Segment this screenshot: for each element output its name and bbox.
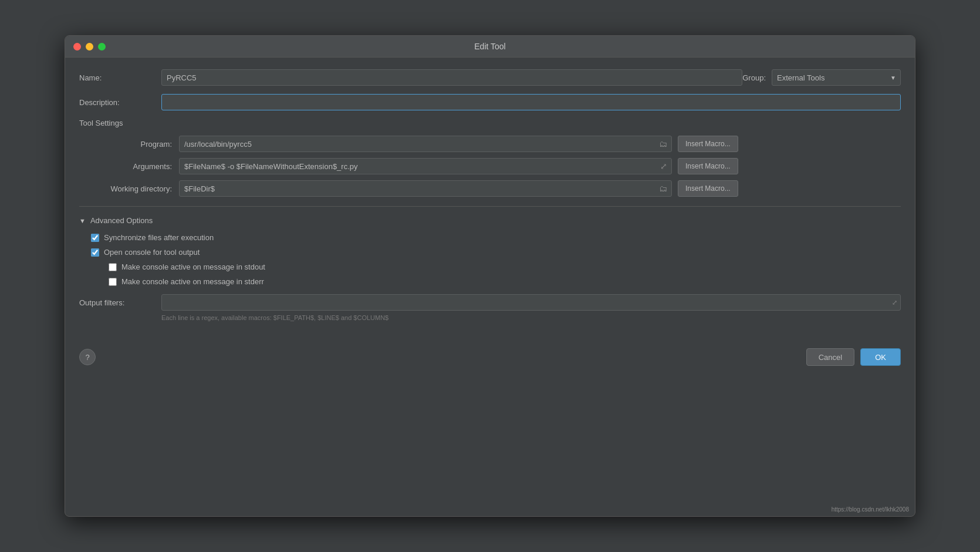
program-label: Program: [79, 140, 179, 149]
program-input-wrapper: 🗂 [179, 136, 672, 152]
divider [79, 206, 901, 207]
arguments-expand-icon[interactable]: ⤢ [658, 160, 670, 172]
group-section: Group: External Tools ▼ [742, 69, 901, 86]
help-button[interactable]: ? [79, 349, 96, 365]
close-button[interactable] [73, 43, 81, 51]
hint-text: Each line is a regex, available macros: … [161, 314, 901, 321]
window-controls [73, 43, 106, 51]
program-row: Program: 🗂 Insert Macro... [79, 136, 901, 152]
dialog-title: Edit Tool [474, 42, 505, 51]
console-stderr-label: Make console active on message in stderr [121, 277, 264, 286]
dialog-footer: ? Cancel OK [65, 339, 915, 378]
name-label: Name: [79, 73, 161, 82]
group-select-wrapper: External Tools ▼ [772, 69, 901, 86]
dialog-content: Name: Group: External Tools ▼ Descriptio… [65, 58, 915, 333]
console-stdout-row: Make console active on message in stdout [109, 262, 901, 271]
arguments-input[interactable] [179, 158, 672, 174]
working-dir-folder-icon[interactable]: 🗂 [657, 183, 670, 194]
arguments-row: Arguments: ⤢ Insert Macro... [79, 158, 901, 174]
name-input[interactable] [161, 69, 742, 86]
output-filters-input-wrapper: ⤢ [161, 294, 901, 311]
working-dir-label: Working directory: [79, 184, 179, 193]
program-input[interactable] [179, 136, 672, 152]
open-console-label: Open console for tool output [104, 248, 200, 257]
watermark: https://blog.csdn.net/lkhk2008 [832, 506, 909, 513]
chevron-down-icon: ▼ [79, 217, 86, 224]
edit-tool-dialog: Edit Tool Name: Group: External Tools ▼ … [65, 35, 915, 517]
console-stdout-label: Make console active on message in stdout [121, 262, 265, 271]
open-console-checkbox[interactable] [91, 248, 99, 257]
sync-files-checkbox[interactable] [91, 234, 99, 242]
console-stderr-row: Make console active on message in stderr [109, 277, 901, 286]
description-row: Description: [79, 94, 901, 110]
console-stdout-checkbox[interactable] [109, 263, 117, 271]
open-console-row: Open console for tool output [91, 248, 901, 257]
output-filters-row: Output filters: ⤢ [79, 294, 901, 311]
group-select[interactable]: External Tools [772, 69, 901, 86]
arguments-label: Arguments: [79, 162, 179, 171]
output-filters-label: Output filters: [79, 298, 161, 307]
program-folder-icon[interactable]: 🗂 [657, 138, 670, 150]
tool-settings-title: Tool Settings [79, 119, 901, 127]
program-insert-macro-button[interactable]: Insert Macro... [678, 136, 738, 152]
advanced-options-title: Advanced Options [90, 216, 153, 225]
arguments-input-wrapper: ⤢ [179, 158, 672, 174]
footer-buttons: Cancel OK [806, 348, 901, 366]
title-bar: Edit Tool [65, 36, 915, 58]
sync-files-label: Synchronize files after execution [104, 233, 214, 242]
cancel-button[interactable]: Cancel [806, 348, 854, 366]
working-dir-input[interactable] [179, 180, 672, 197]
description-label: Description: [79, 98, 161, 107]
tool-settings-area: Program: 🗂 Insert Macro... Arguments: ⤢ … [79, 136, 901, 197]
arguments-insert-macro-button[interactable]: Insert Macro... [678, 158, 738, 174]
working-dir-input-wrapper: 🗂 [179, 180, 672, 197]
description-input[interactable] [161, 94, 901, 110]
sync-files-row: Synchronize files after execution [91, 233, 901, 242]
name-section: Name: [79, 69, 742, 86]
working-dir-insert-macro-button[interactable]: Insert Macro... [678, 180, 738, 197]
working-dir-row: Working directory: 🗂 Insert Macro... [79, 180, 901, 197]
minimize-button[interactable] [86, 43, 93, 51]
maximize-button[interactable] [98, 43, 106, 51]
ok-button[interactable]: OK [860, 348, 901, 366]
output-filters-input[interactable] [161, 294, 901, 311]
console-stderr-checkbox[interactable] [109, 278, 117, 286]
name-group-row: Name: Group: External Tools ▼ [79, 69, 901, 86]
advanced-options-header[interactable]: ▼ Advanced Options [79, 216, 901, 225]
group-label: Group: [742, 73, 766, 82]
